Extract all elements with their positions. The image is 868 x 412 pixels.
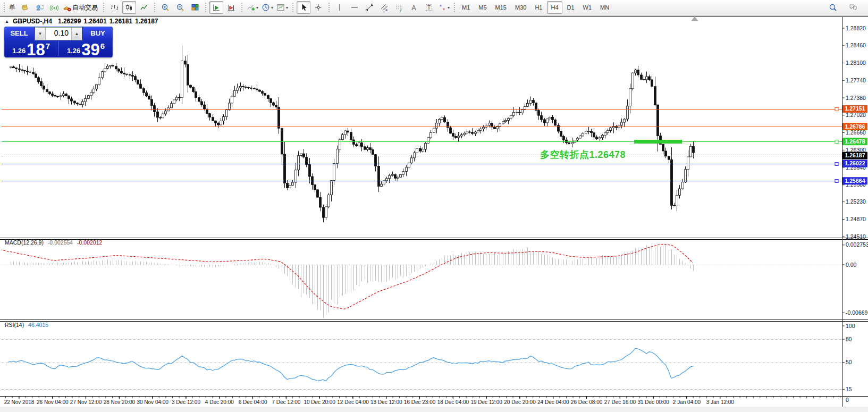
price-tick-label: 1.28820 [846,25,866,31]
timeframe-m15[interactable]: M15 [492,1,510,14]
toolbar-right-icons [825,1,861,14]
bid-prefix: 1.26 [12,47,26,55]
arrows-button[interactable]: ▾ [437,1,451,14]
volume-stepper: ▼ 0.10 ▲ [35,27,82,40]
text-button[interactable]: A [407,1,421,14]
cursor-button[interactable] [297,1,310,14]
rsi-tick-label: 80 [846,336,852,342]
periods-button[interactable]: ▾ [260,1,274,14]
svg-text:1.26022: 1.26022 [845,160,865,166]
bar-chart-button[interactable] [107,1,121,14]
price-tick-label: 1.24870 [846,216,866,222]
collapse-panel-icon[interactable]: ▲ [5,19,9,24]
auto-trading-button[interactable]: 自动交易 [62,1,100,14]
trendline-icon [365,3,374,12]
volume-decrease-icon[interactable]: ▼ [35,28,46,40]
timeframe-d1[interactable]: D1 [563,1,578,14]
vline-icon [335,3,344,12]
new-order-button[interactable]: 单 [7,2,17,13]
price-tick-label: 1.28100 [846,60,866,66]
fibonacci-button[interactable]: F [392,1,406,14]
line-selection-handle[interactable] [835,140,838,144]
indicators-button[interactable]: ▾ [246,1,259,14]
zoom-in-button[interactable] [158,1,172,14]
timeframe-h4[interactable]: H4 [547,1,562,14]
time-tick-label: 20 Dec 20:00 [504,399,536,405]
macd-signal-value: -0.002012 [77,239,102,246]
tile-windows-button[interactable] [188,1,202,14]
timeframe-m5[interactable]: M5 [475,1,490,14]
price-tick-label: 1.27020 [846,112,866,118]
macd-indicator-label: MACD(12,26,9) -0.002554 -0.002012 [5,239,102,246]
svg-text:F: F [400,9,402,12]
svg-text:1.26478: 1.26478 [845,138,865,145]
svg-text:1.25664: 1.25664 [845,178,865,184]
low-value: 1.26181 [109,18,132,25]
timeframe-h1[interactable]: H1 [531,1,546,14]
market-watch-button[interactable] [32,1,46,14]
price-chart[interactable]: 1.288201.284601.281001.277401.273801.270… [0,0,868,412]
vertical-line-button[interactable] [333,1,347,14]
chart-ohlc-header: ▲ GBPUSD-,H4 1.26299 1.26401 1.26181 1.2… [5,18,158,25]
thick-level-segment[interactable] [634,140,682,144]
time-tick-label: 30 Nov 04:00 [137,399,168,405]
volume-increase-icon[interactable]: ▲ [71,28,82,40]
time-tick-label: 19 Dec 12:00 [470,399,502,405]
volume-input[interactable]: 0.10 [46,28,71,40]
macd-title: MACD(12,26,9) [5,239,44,246]
bid-pipette: 7 [46,41,50,51]
community-chat-button[interactable] [846,1,860,14]
price-tick-label: 1.28460 [846,42,866,48]
svg-text:T: T [427,5,431,11]
chart-shift-button[interactable] [224,1,238,14]
macd-tick-label: 0.00 [846,262,857,268]
signals-button[interactable] [47,1,61,14]
channel-icon: E [380,3,389,12]
chevron-down-icon: ▾ [448,5,450,10]
time-tick-label: 26 Nov 04:00 [37,399,69,405]
trendline-button[interactable] [363,1,376,14]
sell-button[interactable]: SELL [4,27,35,40]
text-label-button[interactable]: T [422,1,436,14]
hline-icon [350,3,359,12]
crosshair-button[interactable] [311,1,325,14]
auto-scroll-button[interactable] [209,1,223,14]
chart-window-button[interactable] [18,1,31,14]
zoom-out-button[interactable] [173,1,187,14]
chevron-down-icon: ▾ [286,5,288,10]
search-button[interactable] [826,1,840,14]
line-chart-button[interactable] [137,1,151,14]
time-tick-label: 3 Dec 12:00 [172,399,200,405]
candlestick-chart-button[interactable] [122,1,136,14]
time-tick-label: 31 Dec 00:00 [637,399,669,405]
buy-button[interactable]: BUY [82,27,113,40]
svg-text:1.27151: 1.27151 [845,105,865,112]
tiles-icon [191,3,199,12]
horizontal-line-button[interactable] [348,1,361,14]
timeframe-m1[interactable]: M1 [458,1,474,14]
panel-divider [58,41,58,56]
price-tick-label: 1.27740 [846,77,866,83]
one-click-trading-panel: SELL ▼ 0.10 ▲ BUY 1.26 18 7 1.26 39 6 [4,27,113,57]
equidistant-channel-button[interactable]: E [377,1,391,14]
templates-button[interactable]: ▾ [275,1,289,14]
time-tick-label: 27 Nov 12:00 [70,399,102,405]
toolbar-grip [205,3,206,12]
toolbar-grip [154,3,155,12]
time-tick-label: 3 Jan 12:00 [706,399,735,405]
timeframe-m30[interactable]: M30 [511,1,530,14]
clock-icon [262,3,270,12]
time-tick-label: 4 Dec 20:00 [205,399,234,405]
toolbar-grip [454,3,455,12]
svg-text:A: A [412,4,416,12]
note-icon [20,3,29,12]
timeframe-w1[interactable]: W1 [579,1,596,14]
rsi-value: 46.4015 [28,322,48,328]
line-selection-handle[interactable] [835,163,838,166]
line-selection-handle[interactable] [835,108,838,111]
price-tick-label: 1.25230 [846,198,866,205]
line-selection-handle[interactable] [835,180,838,183]
zoomin-icon [161,3,170,12]
timeframe-mn[interactable]: MN [596,1,613,14]
time-tick-label: 26 Dec 08:00 [571,399,603,405]
